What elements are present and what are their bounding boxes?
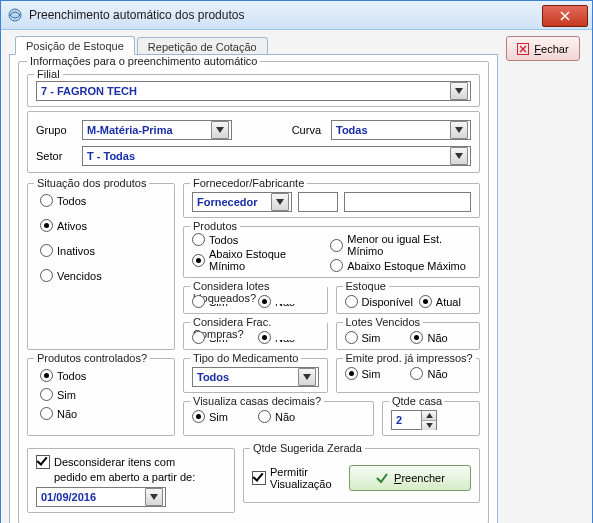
- prod-contr-todos[interactable]: Todos: [40, 369, 162, 382]
- window-close-button[interactable]: [542, 5, 588, 27]
- tab-label: Repetição de Cotação: [148, 41, 257, 53]
- tab-label: Posição de Estoque: [26, 40, 124, 52]
- radio-label: Não: [427, 368, 447, 380]
- dropdown-icon: [298, 368, 316, 386]
- qtde-casa-spinner[interactable]: 2: [391, 410, 437, 430]
- lotes-venc-nao[interactable]: Não: [410, 331, 447, 344]
- curva-select[interactable]: Todas: [331, 120, 471, 140]
- filial-value: 7 - FAGRON TECH: [41, 85, 137, 97]
- grupo-select[interactable]: M-Matéria-Prima: [82, 120, 232, 140]
- decimais-nao[interactable]: Não: [258, 410, 295, 423]
- group-estoque: Estoque Disponível Atual: [336, 286, 481, 314]
- check-icon: [375, 471, 389, 485]
- preencher-label: Preencher: [394, 472, 445, 484]
- group-lotes-vencidos: Lotes Vencidos Sim Não: [336, 322, 481, 350]
- produtos-abaixo-max[interactable]: Abaixo Estoque Máximo: [330, 259, 471, 272]
- prod-contr-nao[interactable]: Não: [40, 407, 162, 420]
- produtos-abaixo-min[interactable]: Abaixo Estoque Mínimo: [192, 248, 316, 272]
- situacao-ativos[interactable]: Ativos: [40, 219, 162, 232]
- situacao-inativos[interactable]: Inativos: [40, 244, 162, 257]
- radio-label: Atual: [436, 296, 461, 308]
- group-filial: Filial 7 - FAGRON TECH: [27, 74, 480, 107]
- desconsiderar-label1: Desconsiderar itens com: [54, 456, 175, 468]
- decimais-sim[interactable]: Sim: [192, 410, 228, 423]
- group-produtos-controlados: Produtos controlados? Todos Sim Não: [27, 358, 175, 436]
- preencher-button[interactable]: Preencher: [349, 465, 471, 491]
- produtos-menor-igual[interactable]: Menor ou igual Est. Mínimo: [330, 233, 471, 257]
- dropdown-icon: [450, 82, 468, 100]
- tab-body: Informações para o preenchimento automát…: [9, 54, 498, 523]
- emite-nao[interactable]: Não: [410, 367, 447, 380]
- dropdown-icon: [145, 488, 163, 506]
- window-title: Preenchimento automático dos produtos: [29, 8, 244, 22]
- produtos-legend: Produtos: [190, 220, 240, 232]
- radio-label: Ativos: [57, 220, 87, 232]
- group-emite-impressos: Emite prod. já impressos? Sim Não: [336, 358, 481, 393]
- dropdown-icon: [211, 121, 229, 139]
- setor-select[interactable]: T - Todas: [82, 146, 471, 166]
- permitir-visualizacao-checkbox[interactable]: Permitir Visualização: [252, 466, 339, 490]
- tab-strip: Posição de Estoque Repetição de Cotação: [9, 36, 498, 55]
- tab-posicao-estoque[interactable]: Posição de Estoque: [15, 36, 135, 55]
- radio-label: Disponível: [362, 296, 413, 308]
- group-situacao: Situação dos produtos Todos Ativos Inati…: [27, 183, 175, 350]
- dropdown-icon: [450, 121, 468, 139]
- group-qtde-sugerida: Qtde Sugerida Zerada Permitir Visualizaç…: [243, 448, 480, 503]
- grupo-value: M-Matéria-Prima: [87, 124, 173, 136]
- dropdown-icon: [271, 193, 289, 211]
- radio-label: Sim: [57, 389, 76, 401]
- radio-label: Não: [275, 411, 295, 423]
- fornecedor-code-input[interactable]: [298, 192, 338, 212]
- group-grupo-curva-setor: Grupo M-Matéria-Prima Curva Todas: [27, 111, 480, 173]
- app-icon: [7, 7, 23, 23]
- group-tipo-medicamento: Tipo do Medicamento Todos: [183, 358, 328, 393]
- lotes-venc-sim[interactable]: Sim: [345, 331, 381, 344]
- situacao-vencidos[interactable]: Vencidos: [40, 269, 162, 282]
- situacao-todos[interactable]: Todos: [40, 194, 162, 207]
- radio-label: Todos: [57, 370, 86, 382]
- grupo-label: Grupo: [36, 124, 72, 136]
- tipo-med-legend: Tipo do Medicamento: [190, 352, 301, 364]
- radio-label: Menor ou igual Est. Mínimo: [347, 233, 471, 257]
- group-frac-compras: Considera Frac. Compras? Sim Não: [183, 322, 328, 350]
- emite-legend: Emite prod. já impressos?: [343, 352, 476, 364]
- fechar-button[interactable]: Fechar: [506, 36, 580, 61]
- group-informacoes: Informações para o preenchimento automát…: [18, 61, 489, 523]
- filial-label: Filial: [34, 68, 63, 80]
- spinner-up-icon[interactable]: [421, 411, 436, 421]
- emite-sim[interactable]: Sim: [345, 367, 381, 380]
- fornecedor-name-input[interactable]: [344, 192, 471, 212]
- desconsiderar-checkbox[interactable]: Desconsiderar itens com: [36, 455, 175, 469]
- radio-label: Inativos: [57, 245, 95, 257]
- fornecedor-select[interactable]: Fornecedor: [192, 192, 292, 212]
- titlebar: Preenchimento automático dos produtos: [1, 1, 592, 30]
- radio-label: Abaixo Estoque Mínimo: [209, 248, 316, 272]
- group-produtos: Produtos Todos Abaixo Estoque Mínimo Men…: [183, 226, 480, 278]
- radio-label: Não: [57, 408, 77, 420]
- curva-label: Curva: [292, 124, 321, 136]
- estoque-disponivel[interactable]: Disponível: [345, 295, 413, 308]
- decimais-legend: Visualiza casas decimais?: [190, 395, 324, 407]
- group-qtde-casa: Qtde casa 2: [382, 401, 480, 436]
- estoque-legend: Estoque: [343, 280, 389, 292]
- filial-select[interactable]: 7 - FAGRON TECH: [36, 81, 471, 101]
- radio-label: Sim: [362, 368, 381, 380]
- radio-label: Vencidos: [57, 270, 102, 282]
- window: Preenchimento automático dos produtos Po…: [0, 0, 593, 523]
- situacao-legend: Situação dos produtos: [34, 177, 149, 189]
- fornecedor-legend: Fornecedor/Fabricante: [190, 177, 307, 189]
- desconsiderar-date[interactable]: 01/09/2016: [36, 487, 166, 507]
- radio-label: Sim: [209, 411, 228, 423]
- estoque-atual[interactable]: Atual: [419, 295, 461, 308]
- dropdown-icon: [450, 147, 468, 165]
- spinner-down-icon[interactable]: [421, 421, 436, 430]
- fornecedor-value: Fornecedor: [197, 196, 258, 208]
- desconsiderar-label2: pedido em aberto a partir de:: [54, 471, 226, 483]
- desconsiderar-date-value: 01/09/2016: [41, 491, 96, 503]
- curva-value: Todas: [336, 124, 368, 136]
- produtos-todos[interactable]: Todos: [192, 233, 316, 246]
- permitir-label: Permitir Visualização: [270, 466, 339, 490]
- prod-contr-sim[interactable]: Sim: [40, 388, 162, 401]
- tipo-med-select[interactable]: Todos: [192, 367, 319, 387]
- group-fornecedor: Fornecedor/Fabricante Fornecedor: [183, 183, 480, 218]
